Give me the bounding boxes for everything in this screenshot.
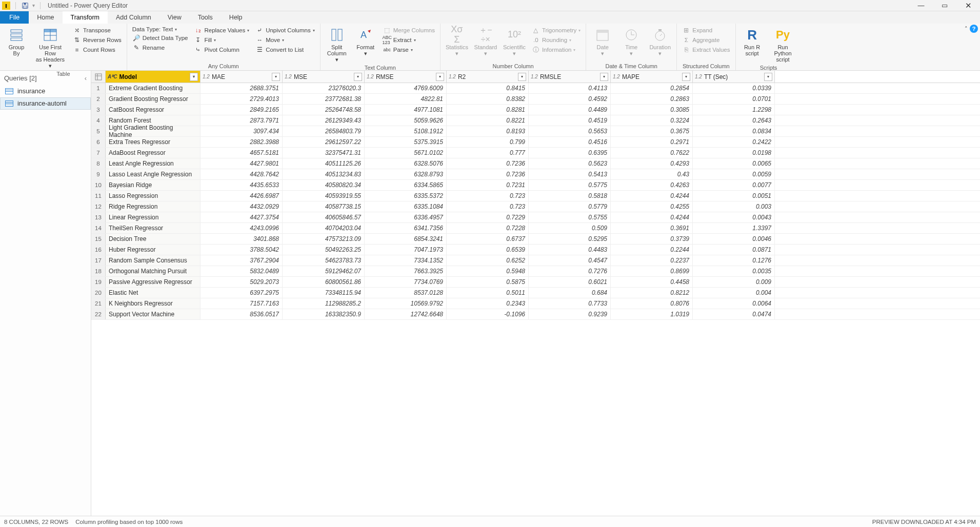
cell-value[interactable]: 0.5653 (529, 126, 611, 136)
cell-model[interactable]: Lasso Regression (106, 191, 201, 201)
cell-value[interactable]: 0.8281 (447, 105, 529, 115)
cell-value[interactable]: 0.684 (529, 288, 611, 298)
cell-value[interactable]: 0.5755 (529, 212, 611, 222)
cell-value[interactable]: 0.43 (611, 169, 693, 179)
table-row[interactable]: 3CatBoost Regressor2849.216525264748.584… (91, 105, 980, 115)
table-row[interactable]: 4Random Forest2873.797126129349.435059.9… (91, 115, 980, 126)
cell-value[interactable]: 0.009 (693, 277, 775, 287)
cell-value[interactable]: 1.2298 (693, 105, 775, 115)
cell-value[interactable]: 40593919.55 (283, 191, 365, 201)
save-icon[interactable] (21, 2, 29, 10)
cell-value[interactable]: 7663.3925 (365, 266, 447, 276)
tab-add-column[interactable]: Add Column (108, 11, 159, 24)
cell-value[interactable]: 6335.5372 (365, 191, 447, 201)
cell-model[interactable]: Linear Regression (106, 212, 201, 222)
minimize-button[interactable]: ― (909, 0, 933, 11)
table-row[interactable]: 12Ridge Regression4432.092940587738.1563… (91, 201, 980, 212)
cell-value[interactable]: 0.0339 (693, 83, 775, 93)
table-row[interactable]: 9Lasso Least Angle Regression4428.764240… (91, 169, 980, 180)
cell-value[interactable]: 4977.1081 (365, 105, 447, 115)
cell-value[interactable]: 0.4293 (611, 158, 693, 169)
cell-value[interactable]: 0.3224 (611, 115, 693, 126)
cell-value[interactable]: 0.7236 (447, 169, 529, 179)
cell-value[interactable]: 6397.2975 (201, 288, 283, 298)
cell-value[interactable]: 7047.1973 (365, 245, 447, 255)
column-header-rmsle[interactable]: 1.2RMSLE▾ (529, 71, 611, 83)
query-item[interactable]: insurance (0, 85, 91, 97)
fill-button[interactable]: ↧Fill▾ (192, 35, 251, 45)
cell-value[interactable]: 26129349.43 (283, 115, 365, 126)
cell-value[interactable]: 10569.9792 (365, 298, 447, 309)
cell-model[interactable]: TheilSen Regressor (106, 223, 201, 233)
cell-value[interactable]: 40511125.26 (283, 158, 365, 169)
cell-value[interactable]: 0.7236 (447, 158, 529, 169)
extract-button[interactable]: ABC123Extract▾ (381, 35, 437, 45)
cell-value[interactable]: 6334.5865 (365, 180, 447, 190)
cell-model[interactable]: AdaBoost Regressor (106, 148, 201, 158)
convert-to-list-button[interactable]: ☰Convert to List (253, 45, 317, 54)
cell-value[interactable]: 5832.0489 (201, 266, 283, 276)
cell-value[interactable]: 0.0035 (693, 266, 775, 276)
cell-value[interactable]: 2729.4013 (201, 94, 283, 104)
cell-model[interactable]: Orthogonal Matching Pursuit (106, 266, 201, 276)
filter-dropdown-icon[interactable]: ▾ (600, 73, 608, 81)
replace-values-button[interactable]: ↓₂Replace Values▾ (192, 26, 251, 35)
cell-value[interactable]: 0.6395 (529, 148, 611, 158)
cell-value[interactable]: 0.8415 (447, 83, 529, 93)
cell-value[interactable]: 0.5295 (529, 234, 611, 244)
cell-value[interactable]: 0.0834 (693, 126, 775, 136)
cell-value[interactable]: 0.004 (693, 288, 775, 298)
cell-value[interactable]: 47573213.09 (283, 234, 365, 244)
cell-value[interactable]: 4657.5181 (201, 148, 283, 158)
cell-value[interactable]: 0.4516 (529, 137, 611, 147)
cell-value[interactable]: 2688.3751 (201, 83, 283, 93)
cell-value[interactable]: 7334.1352 (365, 255, 447, 266)
cell-value[interactable]: 6328.5076 (365, 158, 447, 169)
cell-model[interactable]: CatBoost Regressor (106, 105, 201, 115)
cell-model[interactable]: Passive Aggressive Regressor (106, 277, 201, 287)
transpose-button[interactable]: ⤭Transpose (71, 26, 124, 35)
column-header-mape[interactable]: 1.2MAPE▾ (611, 71, 693, 83)
cell-value[interactable]: 0.2854 (611, 83, 693, 93)
cell-value[interactable]: 0.3691 (611, 223, 693, 233)
cell-value[interactable]: 2873.7971 (201, 115, 283, 126)
table-row[interactable]: 5Light Gradient Boosting Machine3097.434… (91, 126, 980, 137)
column-header-mae[interactable]: 1.2MAE▾ (201, 71, 283, 83)
table-row[interactable]: 13Linear Regression4427.375440605846.576… (91, 212, 980, 223)
cell-value[interactable]: 12742.6648 (365, 309, 447, 319)
tab-help[interactable]: Help (221, 11, 251, 24)
cell-value[interactable]: 60800561.86 (283, 277, 365, 287)
cell-value[interactable]: 0.723 (447, 191, 529, 201)
cell-value[interactable]: 40587738.15 (283, 201, 365, 212)
cell-value[interactable]: 0.3085 (611, 105, 693, 115)
table-row[interactable]: 7AdaBoost Regressor4657.518132375471.315… (91, 148, 980, 158)
tab-transform[interactable]: Transform (63, 11, 108, 24)
cell-value[interactable]: 25264748.58 (283, 105, 365, 115)
cell-value[interactable]: 0.2643 (693, 115, 775, 126)
cell-value[interactable]: 0.5775 (529, 180, 611, 190)
group-by-button[interactable]: Group By (3, 26, 30, 57)
cell-value[interactable]: -0.1096 (447, 309, 529, 319)
cell-value[interactable]: 3097.434 (201, 126, 283, 136)
table-row[interactable]: 2Gradient Boosting Regressor2729.4013237… (91, 94, 980, 105)
cell-value[interactable]: 4243.0996 (201, 223, 283, 233)
cell-value[interactable]: 0.2971 (611, 137, 693, 147)
cell-value[interactable]: 6854.3241 (365, 234, 447, 244)
column-header-model[interactable]: AᴮCModel▾ (106, 71, 201, 83)
cell-value[interactable]: 0.1276 (693, 255, 775, 266)
cell-value[interactable]: 4432.0929 (201, 201, 283, 212)
cell-value[interactable]: 0.2343 (447, 298, 529, 309)
cell-value[interactable]: 0.4255 (611, 201, 693, 212)
cell-value[interactable]: 40513234.83 (283, 169, 365, 179)
cell-value[interactable]: 32375471.31 (283, 148, 365, 158)
tab-home[interactable]: Home (29, 11, 62, 24)
cell-value[interactable]: 0.3739 (611, 234, 693, 244)
cell-value[interactable]: 0.5413 (529, 169, 611, 179)
cell-value[interactable]: 5029.2073 (201, 277, 283, 287)
cell-value[interactable]: 4822.81 (365, 94, 447, 104)
cell-value[interactable]: 0.0046 (693, 234, 775, 244)
cell-value[interactable]: 50492263.25 (283, 245, 365, 255)
detect-data-type-button[interactable]: 🔎Detect Data Type (130, 33, 190, 43)
cell-value[interactable]: 0.777 (447, 148, 529, 158)
cell-value[interactable]: 5375.3915 (365, 137, 447, 147)
